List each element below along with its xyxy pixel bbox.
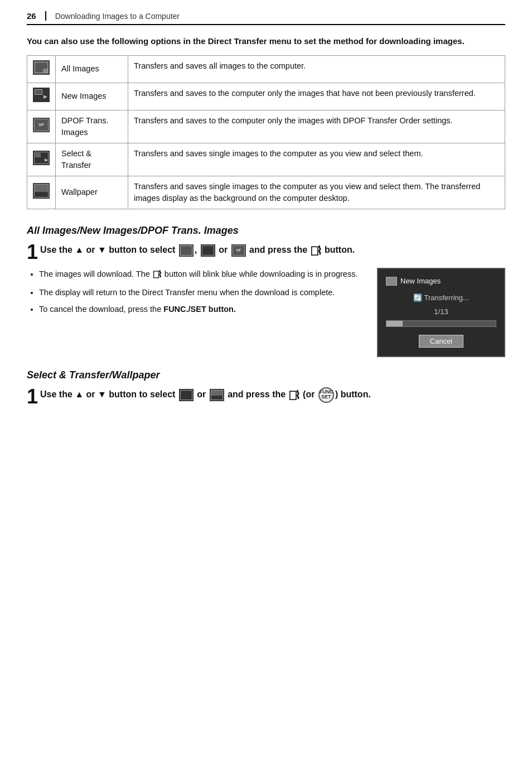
dpof-name: DPOF Trans. Images xyxy=(56,110,128,143)
intro-paragraph: You can also use the following options i… xyxy=(27,35,505,47)
all-images-name: All Images xyxy=(56,55,128,83)
table-row: ▶ New Images Transfers and saves to the … xyxy=(27,83,505,110)
screen-title-icon xyxy=(386,277,397,286)
func-set-bold: FUNC./SET button. xyxy=(163,305,236,314)
new-images-icon-cell: ▶ xyxy=(27,83,56,110)
select-transfer-inline-icon xyxy=(179,389,194,401)
section1-heading: All Images/New Images/DPOF Trans. Images xyxy=(27,225,505,237)
all-images-icon xyxy=(33,60,50,75)
new-images-name: New Images xyxy=(56,83,128,110)
camera-screen-mockup: New Images 🔄 Transferring... 1/13 Cancel xyxy=(377,268,505,357)
wallpaper-name: Wallpaper xyxy=(56,176,128,209)
wallpaper-icon xyxy=(33,183,50,199)
wallpaper-desc: Transfers and saves single images to the… xyxy=(128,176,505,209)
section2-step1-number: 1 xyxy=(27,387,38,407)
table-row: Wallpaper Transfers and saves single ima… xyxy=(27,176,505,209)
new-images-desc: Transfers and saves to the computer only… xyxy=(128,83,505,110)
select-transfer-icon: ▶ xyxy=(33,151,50,165)
dpof-icon-cell: VF xyxy=(27,110,56,143)
step1-text: Use the ▲ or ▼ button to select , or VF … xyxy=(40,242,505,259)
table-row: All Images Transfers and saves all image… xyxy=(27,55,505,83)
bullet-item: To cancel the download, press the FUNC./… xyxy=(39,303,361,315)
step1-bullets: The images will download. The ⎕⌇ button … xyxy=(27,268,361,316)
wallpaper-icon-cell xyxy=(27,176,56,209)
page-header: 26 Downloading Images to a Computer xyxy=(27,11,505,25)
func-set-button-icon: FUNCSET xyxy=(318,387,334,403)
section2: Select & Transfer/Wallpaper 1 Use the ▲ … xyxy=(27,369,505,407)
screen-status-text: Transferring... xyxy=(424,294,468,302)
new-images-icon: ▶ xyxy=(33,88,50,102)
step1-label: Use the ▲ or ▼ button to select , or VF … xyxy=(40,245,355,254)
wallpaper-inline-icon xyxy=(210,389,224,401)
all-images-inline-icon xyxy=(179,244,194,257)
dpof-icon: VF xyxy=(33,118,50,132)
bullets-column: The images will download. The ⎕⌇ button … xyxy=(27,268,361,357)
page-number: 26 xyxy=(27,11,46,21)
screen-status: 🔄 Transferring... xyxy=(386,294,496,302)
select-transfer-name: Select & Transfer xyxy=(56,143,128,176)
section2-step1-label: Use the ▲ or ▼ button to select or and p… xyxy=(40,389,371,399)
all-images-icon-cell xyxy=(27,55,56,83)
step1-content: The images will download. The ⎕⌇ button … xyxy=(27,268,505,357)
section2-step1: 1 Use the ▲ or ▼ button to select or and… xyxy=(27,387,505,407)
section2-step1-text: Use the ▲ or ▼ button to select or and p… xyxy=(40,387,505,403)
screen-progress: 1/13 xyxy=(386,307,496,316)
options-table: All Images Transfers and saves all image… xyxy=(27,55,505,209)
select-transfer-icon-cell: ▶ xyxy=(27,143,56,176)
section2-heading: Select & Transfer/Wallpaper xyxy=(27,369,505,381)
table-row: ▶ Select & Transfer Transfers and saves … xyxy=(27,143,505,176)
new-images-inline-icon xyxy=(201,244,215,257)
bullet-item: The images will download. The ⎕⌇ button … xyxy=(39,268,361,282)
direct-print-symbol-inline: ⎕⌇ xyxy=(311,242,321,259)
dpof-desc: Transfers and saves to the computer only… xyxy=(128,110,505,143)
select-transfer-desc: Transfers and saves single images to the… xyxy=(128,143,505,176)
bullet-item: The display will return to the Direct Tr… xyxy=(39,286,361,299)
all-images-desc: Transfers and saves all images to the co… xyxy=(128,55,505,83)
progress-bar-inner xyxy=(386,321,403,326)
screen-cancel-button: Cancel xyxy=(419,335,463,348)
step1-number: 1 xyxy=(27,242,38,262)
dpof-inline-icon: VF xyxy=(231,244,246,257)
direct-print-symbol-section2: ⎕⌇ xyxy=(289,387,299,403)
screen-title-row: New Images xyxy=(386,277,496,286)
section1-step1: 1 Use the ▲ or ▼ button to select , or V… xyxy=(27,242,505,262)
direct-print-symbol-bullet: ⎕⌇ xyxy=(153,268,161,282)
progress-bar-outer xyxy=(386,320,496,327)
table-row: VF DPOF Trans. Images Transfers and save… xyxy=(27,110,505,143)
page-chapter: Downloading Images to a Computer xyxy=(55,12,180,21)
screen-title-text: New Images xyxy=(400,277,441,285)
